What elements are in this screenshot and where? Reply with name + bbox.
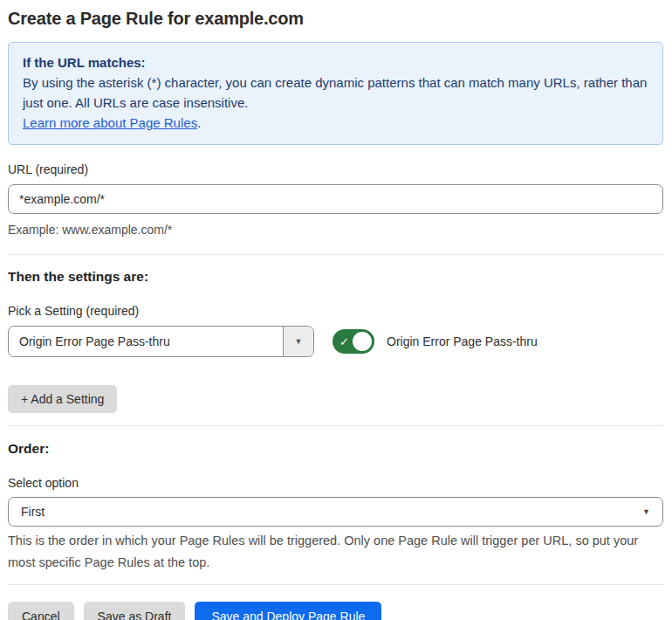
setting-toggle-label: Origin Error Page Pass-thru [387,334,538,348]
add-setting-button[interactable]: + Add a Setting [8,385,117,413]
caret-down-icon: ▼ [295,337,303,346]
save-as-draft-button[interactable]: Save as Draft [84,602,186,620]
page-title: Create a Page Rule for example.com [8,9,663,29]
save-and-deploy-button[interactable]: Save and Deploy Page Rule [195,602,381,620]
info-box-body: By using the asterisk (*) character, you… [23,72,648,113]
url-input[interactable] [8,184,663,214]
setting-row: Origin Error Page Pass-thru ▼ ✓ Origin E… [8,326,663,357]
order-select[interactable]: First ▼ [8,497,663,527]
info-box-heading: If the URL matches: [23,52,648,72]
divider [8,254,663,255]
order-section-heading: Order: [8,441,663,457]
select-option-label: Select option [8,476,663,490]
cancel-button[interactable]: Cancel [8,602,74,620]
setting-dropdown-arrow-button[interactable]: ▼ [283,327,313,356]
check-icon: ✓ [339,336,349,348]
divider [8,425,663,426]
setting-dropdown-value[interactable]: Origin Error Page Pass-thru [9,327,283,356]
setting-toggle[interactable]: ✓ [333,329,374,354]
order-helper-text: This is the order in which your Page Rul… [8,530,662,574]
caret-down-icon: ▼ [642,507,650,516]
setting-dropdown[interactable]: Origin Error Page Pass-thru ▼ [8,326,314,357]
footer-button-row: Cancel Save as Draft Save and Deploy Pag… [8,602,663,620]
learn-more-link[interactable]: Learn more about Page Rules [23,115,197,130]
url-match-info-box: If the URL matches: By using the asteris… [8,42,663,145]
order-select-value: First [21,505,45,519]
info-box-link-line: Learn more about Page Rules. [23,113,648,133]
link-suffix: . [197,115,201,130]
page-rule-form: Create a Page Rule for example.com If th… [0,0,672,620]
divider [8,584,663,585]
url-label: URL (required) [8,162,663,176]
toggle-knob [353,332,372,351]
pick-setting-label: Pick a Setting (required) [8,304,663,318]
url-example-helper: Example: www.example.com/* [8,219,663,241]
settings-section-heading: Then the settings are: [8,269,663,285]
